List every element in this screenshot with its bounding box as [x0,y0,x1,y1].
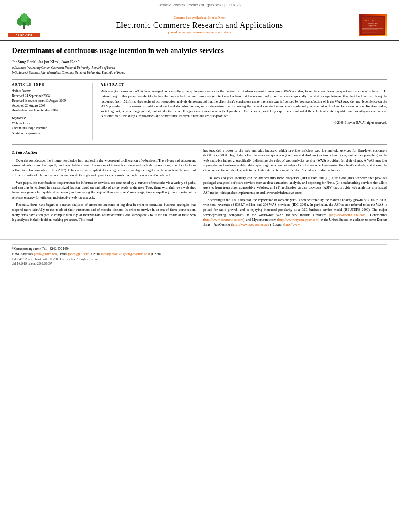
article-info-panel: ARTICLE INFO Article history: Received 2… [12,83,93,140]
mycomputer-url: http://www.mycomputer.com [278,218,319,222]
elsevier-banner: ELSEVIER Contents lists available at Sci… [0,10,399,41]
email-koh2: kjoon@chonnam.ac.kr [123,252,150,256]
main-content: Determinants of continuous usage intenti… [0,41,399,235]
body-column-right: has provided a boost to the web analytic… [203,148,387,230]
journal-header: Electronic Commerce Research and Applica… [0,0,399,10]
journal-thumbnail-section: Electronic Commerce Research and Applica… [359,14,391,36]
info-abstract-section: ARTICLE INFO Article history: Received 2… [12,83,387,140]
body-para-6: According to the IDC's forecast, the imp… [203,197,387,227]
body-para-3: Recently, firms have begun to conduct an… [12,202,196,222]
section1-title: 1. Introduction [12,150,196,156]
abstract-text: Web analytics services (WAS) have emerge… [101,89,387,119]
history-subsection: Article history: Received 24 September 2… [12,89,86,113]
copyright-line: © 2009 Elsevier B.V. All rights reserved… [101,121,387,125]
body-para-1: Over the past decade, the internet revol… [12,158,196,178]
body-para-4: has provided a boost to the web analytic… [203,148,387,173]
journal-title-banner: Electronic Commerce Research and Applica… [44,21,355,30]
journal-reference: Electronic Commerce Research and Applica… [8,3,391,7]
keywords-subsection: Keywords: Web analytics Continuous usage… [12,116,86,136]
page-footer: * Corresponding author. Tel.: +82 62 530… [0,239,399,269]
journal-cover-image: Electronic Commerce Research and Applica… [359,14,387,36]
author-joon: Joon Koh [61,60,78,64]
keyword-2: Continuous usage intention [12,126,86,131]
sciencedirect-link: Contents lists available at ScienceDirec… [44,16,355,20]
svg-rect-10 [362,28,383,29]
body-columns: 1. Introduction Over the past decade, th… [12,148,387,230]
acecounter-url: http://www.acecounter.com [232,222,269,226]
body-para-2: Web pages, the most basic of requirement… [12,180,196,200]
keywords-list: Web analytics Continuous usage intention… [12,121,86,136]
coremetrics-url: http://www.coremetrics.com [204,218,243,222]
svg-rect-12 [362,31,382,31]
affiliation-b: b College of Business Administration, Ch… [12,70,387,75]
svg-rect-13 [362,32,376,32]
article-info-heading: ARTICLE INFO [12,83,86,86]
keyword-3: Switching experience [12,131,86,136]
abstract-heading: ABSTRACT [101,83,387,86]
svg-text:Electronic Commerce: Electronic Commerce [365,20,380,22]
elsevier-logo-section: ELSEVIER [8,13,40,37]
affiliations: a Business Incubating Center, Chonnam Na… [12,66,387,75]
body-column-left: 1. Introduction Over the past decade, th… [12,148,196,230]
elsevier-label: ELSEVIER [8,33,40,37]
affiliation-a: a Business Incubating Center, Chonnam Na… [12,66,387,70]
footer-note: 1567-4223/$ – see front matter © 2009 El… [12,257,387,266]
svg-rect-11 [362,29,378,30]
email-kim: jaejon@jnu.ac.kr [68,252,88,256]
revised-date: Received in revised form 13 August 2009 [12,99,86,103]
author-jaesung: JaeSung Park [12,60,35,64]
omniture-url: http://www.omniture.com [330,213,366,217]
corresponding-author-note: * Corresponding author. Tel.: +82 62 530… [12,246,387,251]
abstract-section: ABSTRACT Web analytics services (WAS) ha… [101,83,387,140]
doi-note: doi:10.1016/j.elerap.2009.08.007 [12,261,387,266]
email-park: pamto@daum.net [34,252,56,256]
svg-text:Applications: Applications [368,25,377,26]
footnote-section: * Corresponding author. Tel.: +82 62 530… [12,244,387,257]
author-jaejon: Jaejon Kim [38,60,58,64]
accepted-date: Accepted 26 August 2009 [12,103,86,108]
article-title: Determinants of continuous usage intenti… [12,46,387,55]
keywords-label: Keywords: [12,116,86,120]
logger-url: http://www. [284,222,300,226]
email-note: E-mail addresses: pamto@daum.net (J. Par… [12,252,387,256]
journal-homepage: journal homepage: www.elsevier.com/locat… [44,31,355,34]
received-date: Received 24 September 2008 [12,94,86,98]
divider-2 [12,144,387,145]
issn-note: 1567-4223/$ – see front matter © 2009 El… [12,257,387,261]
journal-cover-icon: Electronic Commerce Research and Applica… [360,15,385,35]
banner-center: Contents lists available at ScienceDirec… [44,16,355,34]
available-date: Available online 6 September 2009 [12,108,86,113]
body-para-5: The web analytics industry can be divide… [203,175,387,195]
svg-point-4 [21,13,28,22]
email-koh1: kjoon@jnu.ac.kr [101,252,121,256]
history-label: Article history: [12,89,86,92]
divider-1 [12,79,387,80]
svg-text:Research and: Research and [368,23,378,24]
elsevier-tree-icon [12,13,36,31]
authors-line: JaeSung Parka, Jaejon Kimb, Joon Kohb,* [12,59,387,64]
keyword-1: Web analytics [12,121,86,126]
